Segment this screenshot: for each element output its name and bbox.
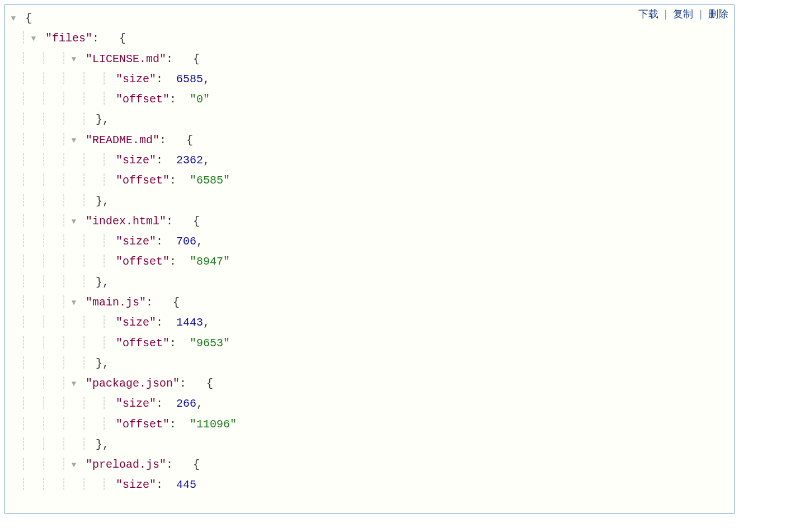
guide-line: ┊ (59, 435, 69, 455)
punct: : (159, 134, 166, 147)
expand-toggle-icon[interactable]: ▼ (69, 49, 79, 69)
guide-line: ┊ (39, 333, 49, 354)
token (173, 458, 193, 471)
token (173, 53, 193, 65)
token (109, 479, 116, 492)
expand-toggle-icon[interactable]: ▼ (69, 374, 79, 394)
punct: , (102, 276, 109, 289)
guide-line: ┊ (99, 475, 109, 495)
punct: : (146, 296, 153, 309)
punct: : (170, 175, 176, 187)
guide-line: ┊ (79, 435, 89, 455)
json-number: 266 (176, 398, 196, 411)
tree-row: ┊┊┊▼ "README.md": { (8, 130, 731, 150)
guide-line: ┊ (59, 455, 69, 475)
expand-toggle-icon[interactable]: ▼ (8, 8, 18, 29)
token (79, 377, 86, 390)
guide-line: ┊ (18, 455, 29, 475)
json-key: "size" (116, 73, 156, 86)
token (166, 134, 186, 147)
guide-line: ┊ (99, 313, 109, 333)
punct: : (180, 377, 186, 390)
delete-link[interactable]: 删除 (708, 8, 728, 20)
tree-row: ┊┊┊┊┊ "size": 706, (8, 232, 731, 252)
token (109, 398, 116, 411)
brace: } (96, 438, 102, 451)
guide-line: ┊ (99, 333, 109, 354)
brace: { (193, 215, 200, 228)
json-number: 1443 (176, 317, 203, 329)
guide-line: ┊ (39, 69, 49, 90)
token (109, 175, 116, 187)
token (79, 53, 86, 65)
expand-toggle-icon[interactable]: ▼ (69, 130, 79, 150)
brace: { (206, 377, 213, 390)
json-key: "preload.js" (86, 458, 166, 471)
brace: { (25, 12, 32, 25)
guide-line: ┊ (39, 475, 49, 495)
guide-line: ┊ (79, 69, 89, 90)
expand-toggle-icon[interactable]: ▼ (69, 293, 79, 313)
json-key: "package.json" (86, 377, 180, 390)
toolbar-separator: | (661, 8, 671, 20)
expand-toggle-icon[interactable]: ▼ (69, 455, 79, 475)
guide-line: ┊ (59, 171, 69, 191)
download-link[interactable]: 下载 (638, 8, 658, 20)
toolbar-separator: | (696, 8, 705, 20)
guide-line: ┊ (39, 211, 49, 232)
guide-line: ┊ (59, 394, 69, 414)
tree-row: ┊┊┊┊┊ "offset": "11096" (8, 415, 731, 435)
guide-line: ┊ (79, 333, 89, 354)
punct: : (170, 418, 176, 431)
json-number: 6585 (176, 73, 203, 86)
guide-line: ┊ (99, 232, 109, 252)
punct: : (156, 73, 163, 86)
token (186, 377, 206, 390)
punct: : (156, 154, 163, 167)
guide-line: ┊ (59, 272, 69, 293)
json-string: "0" (190, 93, 210, 106)
punct: : (156, 479, 163, 492)
toolbar: 下载 | 复制 | 删除 (638, 7, 728, 21)
copy-link[interactable]: 复制 (673, 8, 693, 20)
guide-line: ┊ (79, 354, 89, 374)
guide-line: ┊ (18, 374, 29, 394)
expand-toggle-icon[interactable]: ▼ (29, 29, 39, 49)
guide-line: ┊ (39, 415, 49, 435)
json-key: "index.html" (86, 215, 166, 228)
expand-toggle-icon[interactable]: ▼ (69, 211, 79, 232)
json-string: "11096" (190, 418, 237, 431)
guide-line: ┊ (99, 415, 109, 435)
punct: , (196, 235, 203, 248)
brace: } (96, 114, 102, 126)
token (39, 32, 45, 45)
punct: : (166, 215, 173, 228)
tree-row: ┊┊┊┊┊ "offset": "0" (8, 90, 731, 110)
guide-line: ┊ (59, 49, 69, 69)
tree-row: ┊┊┊┊ }, (8, 354, 731, 374)
brace: } (96, 276, 102, 289)
guide-line: ┊ (99, 69, 109, 90)
token (79, 296, 86, 309)
guide-line: ┊ (59, 232, 69, 252)
json-key: "size" (116, 398, 156, 411)
guide-line: ┊ (59, 191, 69, 211)
tree-row: ┊┊┊▼ "main.js": { (8, 293, 731, 313)
guide-line: ┊ (39, 435, 49, 455)
tree-row: ┊┊┊┊ }, (8, 272, 731, 293)
punct: : (170, 337, 176, 350)
token (176, 418, 190, 431)
guide-line: ┊ (18, 171, 29, 191)
json-key: "offset" (116, 175, 170, 187)
guide-line: ┊ (59, 293, 69, 313)
guide-line: ┊ (99, 150, 109, 171)
guide-line: ┊ (39, 110, 49, 130)
json-tree: ▼ {┊▼ "files": {┊┊┊▼ "LICENSE.md": {┊┊┊┊… (8, 8, 731, 496)
json-string: "6585" (190, 175, 230, 187)
guide-line: ┊ (99, 394, 109, 414)
punct: , (203, 317, 210, 329)
guide-line: ┊ (39, 171, 49, 191)
guide-line: ┊ (18, 110, 29, 130)
punct: : (170, 93, 176, 106)
token (109, 154, 116, 167)
